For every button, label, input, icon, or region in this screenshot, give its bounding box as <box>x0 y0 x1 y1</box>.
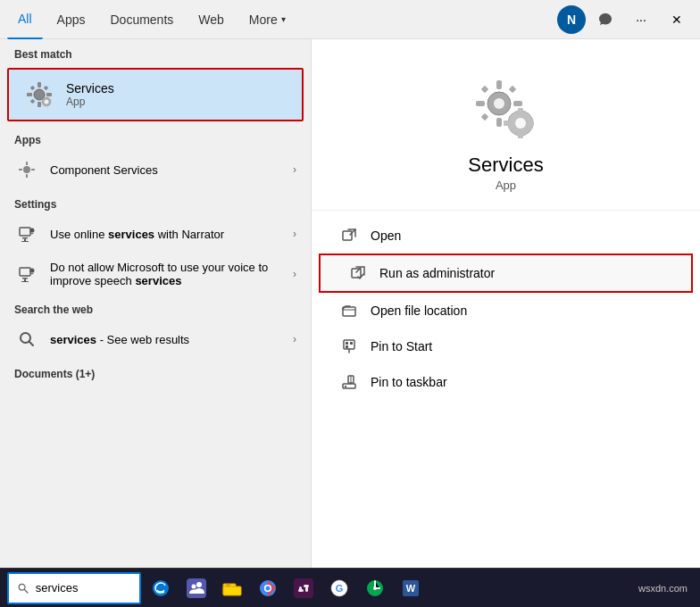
open-icon <box>340 227 358 245</box>
tab-apps[interactable]: Apps <box>46 0 96 39</box>
web-section-label: Search the web <box>0 295 311 320</box>
taskbar-edge-icon[interactable] <box>145 572 177 604</box>
feedback-icon[interactable] <box>589 4 621 36</box>
svg-rect-24 <box>21 281 29 282</box>
best-match-subtitle: App <box>66 96 114 108</box>
svg-text:G: G <box>336 583 344 594</box>
taskbar-chrome-icon[interactable] <box>252 572 284 604</box>
apps-section-label: Apps <box>0 125 311 150</box>
svg-rect-7 <box>30 99 36 104</box>
svg-rect-21 <box>20 268 30 276</box>
action-run-admin[interactable]: Run as administrator <box>321 255 691 291</box>
svg-rect-44 <box>343 231 352 240</box>
docs-section-label: Documents (1+) <box>0 359 311 384</box>
services-icon <box>23 79 55 111</box>
svg-rect-64 <box>223 586 241 595</box>
action-open[interactable]: Open <box>312 218 700 254</box>
pin-start-icon <box>340 337 358 355</box>
svg-rect-54 <box>345 386 346 387</box>
svg-rect-60 <box>187 578 206 598</box>
svg-point-0 <box>34 89 45 100</box>
svg-rect-14 <box>19 169 22 170</box>
action-pin-taskbar-label: Pin to taskbar <box>371 375 447 389</box>
svg-rect-22 <box>22 278 28 279</box>
tab-more[interactable]: More ▾ <box>238 0 296 39</box>
voice-icon <box>14 262 39 287</box>
left-panel: Best match <box>0 39 311 568</box>
taskbar-explorer-icon[interactable] <box>216 572 248 604</box>
list-item-voice-services[interactable]: Do not allow Microsoft to use your voice… <box>0 254 311 295</box>
best-match-title: Services <box>66 81 114 96</box>
chevron-down-icon: ▾ <box>281 14 286 24</box>
narrator-label: Use online services with Narrator <box>50 228 282 241</box>
web-search-label: services - See web results <box>50 333 282 346</box>
svg-rect-43 <box>527 121 534 126</box>
taskbar-google-icon[interactable]: G <box>323 572 355 604</box>
svg-rect-32 <box>476 101 485 106</box>
taskbar-search-input[interactable] <box>36 581 130 595</box>
svg-rect-3 <box>27 93 32 96</box>
svg-point-61 <box>196 582 202 587</box>
action-run-admin-wrapper: Run as administrator <box>319 254 693 293</box>
component-services-arrow: › <box>293 163 296 176</box>
taskbar-system-icon[interactable]: wsxdn.com <box>633 572 693 604</box>
action-pin-start[interactable]: Pin to Start <box>312 328 700 364</box>
svg-rect-6 <box>44 86 49 91</box>
svg-line-45 <box>350 229 355 235</box>
svg-point-62 <box>192 584 196 588</box>
component-services-icon <box>14 157 39 182</box>
run-admin-icon <box>349 264 367 282</box>
app-detail-title: Services <box>468 154 543 177</box>
svg-rect-41 <box>518 131 523 138</box>
search-icon <box>14 327 39 352</box>
svg-rect-47 <box>343 307 355 316</box>
tab-all[interactable]: All <box>7 0 43 39</box>
svg-rect-31 <box>496 118 502 127</box>
web-arrow: › <box>293 333 296 345</box>
more-options-icon[interactable]: ··· <box>625 4 657 36</box>
taskbar-slack-icon[interactable] <box>288 572 320 604</box>
taskbar-word-icon[interactable]: W <box>395 572 427 604</box>
svg-point-10 <box>45 100 49 104</box>
svg-point-39 <box>515 118 526 129</box>
avatar-button[interactable]: N <box>557 5 586 34</box>
taskbar-search-box[interactable] <box>7 572 141 604</box>
svg-rect-48 <box>344 340 354 349</box>
services-large-icon <box>471 75 542 146</box>
best-match-section-label: Best match <box>0 39 311 64</box>
main-container: Best match <box>0 39 700 568</box>
voice-arrow: › <box>293 268 296 280</box>
list-item-narrator-services[interactable]: Use online services with Narrator › <box>0 214 311 254</box>
best-match-services[interactable]: Services App <box>7 68 304 121</box>
voice-label: Do not allow Microsoft to use your voice… <box>50 261 282 287</box>
tab-web[interactable]: Web <box>188 0 235 39</box>
action-file-location[interactable]: Open file location <box>312 293 700 328</box>
taskbar-vpn-icon[interactable] <box>359 572 391 604</box>
action-pin-taskbar[interactable]: Pin to taskbar <box>312 364 700 400</box>
svg-rect-30 <box>496 80 502 89</box>
svg-rect-13 <box>26 174 28 178</box>
close-icon[interactable]: ✕ <box>661 4 693 36</box>
svg-rect-4 <box>46 93 52 96</box>
svg-rect-51 <box>346 345 348 348</box>
svg-rect-17 <box>22 237 28 239</box>
svg-rect-1 <box>38 82 41 87</box>
svg-rect-33 <box>513 101 522 106</box>
taskbar: G W wsxdn.com <box>0 568 700 607</box>
svg-text:W: W <box>406 583 416 594</box>
svg-rect-34 <box>480 86 488 93</box>
action-file-location-label: Open file location <box>371 304 467 318</box>
tab-documents[interactable]: Documents <box>99 0 184 39</box>
component-services-label: Component Services <box>50 163 282 177</box>
action-open-label: Open <box>371 229 401 243</box>
svg-rect-19 <box>21 241 29 242</box>
svg-line-58 <box>24 589 28 593</box>
list-item-web-services[interactable]: services - See web results › <box>0 320 311 359</box>
list-item-component-services[interactable]: Component Services › <box>0 150 311 189</box>
svg-rect-40 <box>518 108 523 115</box>
taskbar-teams-icon[interactable] <box>180 572 212 604</box>
actions-list: Open Run as administrator <box>312 211 700 407</box>
svg-rect-15 <box>31 169 35 170</box>
svg-point-78 <box>373 586 377 590</box>
svg-rect-2 <box>38 102 41 107</box>
